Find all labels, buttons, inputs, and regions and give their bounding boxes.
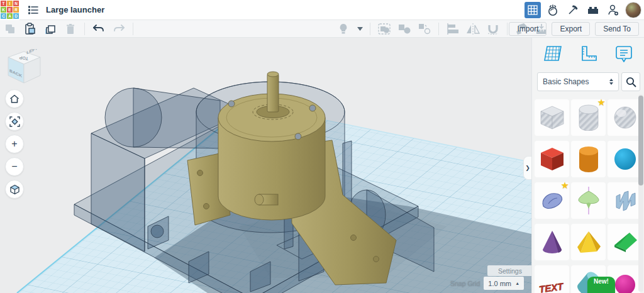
shape-tile-box-hole[interactable] <box>535 99 569 136</box>
shape-tile-roof[interactable] <box>608 224 640 260</box>
mirror-icon[interactable] <box>465 22 480 36</box>
shape-category-value: Basic Shapes <box>543 77 609 86</box>
copy-icon[interactable] <box>3 22 18 36</box>
tinkercad-logo[interactable]: T I N K E R C A D <box>0 0 19 20</box>
workplane-icon[interactable] <box>543 45 562 65</box>
logo-cell: E <box>7 7 13 13</box>
shape-tile-sphere[interactable] <box>608 141 640 177</box>
fit-view-button[interactable] <box>5 112 24 131</box>
magnet-icon[interactable] <box>486 22 501 36</box>
shape-tile-cylinder[interactable] <box>571 141 606 177</box>
logo-cell: K <box>1 7 6 13</box>
view-cube[interactable]: TOP BACK LEFT <box>5 49 43 87</box>
snap-grid-label: Snap Grid <box>450 280 480 287</box>
logo-cell: R <box>13 7 19 13</box>
3d-design-grid-icon[interactable] <box>525 2 541 18</box>
design-menu-icon[interactable] <box>27 4 40 16</box>
logo-cell: C <box>1 13 6 19</box>
design-title[interactable]: Large launcher <box>46 5 104 14</box>
snap-grid-dropdown[interactable]: 1.0 mm ▲ <box>484 277 524 290</box>
edit-toolbar: Import Export Send To <box>0 20 644 38</box>
panel-collapse-handle[interactable]: ❯ <box>523 156 531 180</box>
shape-tile-3d-text-scribble[interactable] <box>608 182 640 219</box>
shape-tiles-grid: ★ <box>532 98 640 293</box>
show-all-icon[interactable] <box>336 22 351 36</box>
logo-cell: I <box>7 1 13 6</box>
send-to-button[interactable]: Send To <box>595 22 639 36</box>
shape-tile-spinner[interactable] <box>571 182 606 219</box>
user-avatar[interactable] <box>625 2 641 18</box>
notes-icon[interactable] <box>615 45 633 65</box>
lego-brick-icon[interactable] <box>585 2 601 18</box>
import-button[interactable]: Import <box>509 22 547 36</box>
shape-tile-cylinder-hole[interactable]: ★ <box>571 99 606 136</box>
shapes-panel: Basic Shapes ★ <box>531 38 644 293</box>
top-bar: T I N K E R C A D Large launcher <box>0 0 644 20</box>
shape-category-select[interactable]: Basic Shapes <box>537 72 619 91</box>
sim-stopwatch-icon[interactable] <box>545 2 561 18</box>
settings-button[interactable]: Settings <box>487 265 531 276</box>
snap-grid-value: 1.0 mm <box>488 280 511 287</box>
show-all-caret[interactable] <box>356 22 364 36</box>
shape-tile-cone[interactable] <box>535 224 569 260</box>
logo-cell: T <box>1 1 6 6</box>
favorite-star-icon[interactable]: ★ <box>597 98 606 108</box>
delete-icon[interactable] <box>63 22 78 36</box>
shape-tile-scribble[interactable]: ★ <box>535 182 569 219</box>
redo-icon[interactable] <box>111 22 126 36</box>
zoom-out-button[interactable]: − <box>5 157 24 176</box>
multiselect-icon[interactable] <box>417 22 432 36</box>
view-cube-left-label: LEFT <box>26 49 38 55</box>
shape-tile-sphere-hole[interactable] <box>608 99 640 136</box>
perspective-toggle-button[interactable] <box>5 180 24 199</box>
snap-grid-caret-icon: ▲ <box>515 281 519 285</box>
ruler-icon[interactable] <box>580 45 597 65</box>
favorite-star-icon[interactable]: ★ <box>561 180 569 191</box>
zoom-in-button[interactable]: + <box>5 135 24 153</box>
duplicate-icon[interactable] <box>43 22 58 36</box>
new-badge: New! <box>587 277 615 293</box>
3d-viewport[interactable]: TOP BACK LEFT + − Set <box>0 38 531 293</box>
shape-tile-pyramid[interactable] <box>571 224 606 260</box>
search-button[interactable] <box>621 72 640 91</box>
shape-tile-box[interactable] <box>535 141 569 177</box>
group-icon[interactable] <box>377 22 392 36</box>
export-button[interactable]: Export <box>552 22 590 36</box>
align-icon[interactable] <box>445 22 460 36</box>
logo-cell: D <box>13 13 19 19</box>
svg-text:TEXT: TEXT <box>538 280 565 293</box>
paste-icon[interactable] <box>23 22 38 36</box>
panel-scrollbar-thumb[interactable] <box>638 96 643 185</box>
home-view-button[interactable] <box>5 89 24 108</box>
logo-cell: A <box>7 13 13 19</box>
logo-cell: N <box>13 1 19 6</box>
undo-icon[interactable] <box>91 22 106 36</box>
select-caret-icon <box>609 79 613 85</box>
person-add-icon[interactable] <box>605 2 621 18</box>
ungroup-icon[interactable] <box>397 22 412 36</box>
3d-scene[interactable] <box>0 38 531 293</box>
shape-tile-text[interactable]: TEXT <box>535 265 569 293</box>
minecraft-pickaxe-icon[interactable] <box>565 2 581 18</box>
